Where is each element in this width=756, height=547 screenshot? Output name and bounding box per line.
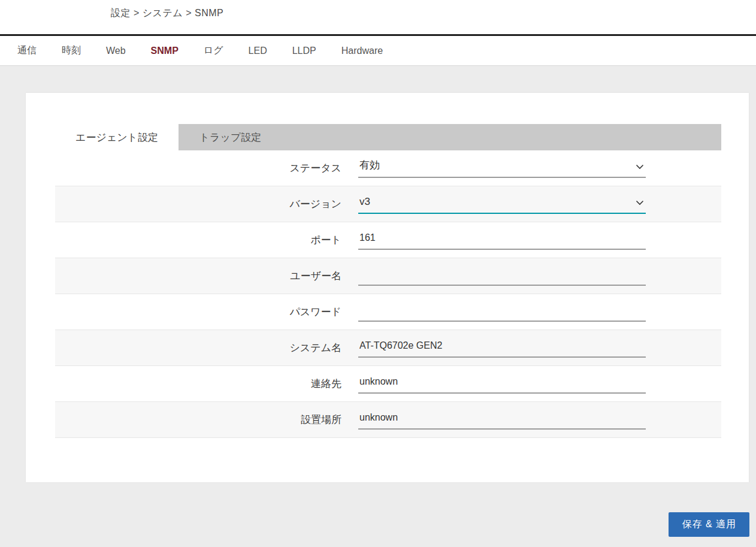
version-label: バージョン xyxy=(55,197,358,211)
username-input[interactable] xyxy=(358,267,646,286)
port-label: ポート xyxy=(55,233,358,247)
tab-time[interactable]: 時刻 xyxy=(49,36,93,65)
save-apply-button[interactable]: 保存 & 適用 xyxy=(669,512,749,537)
location-input[interactable] xyxy=(358,410,646,430)
port-input[interactable] xyxy=(358,231,646,250)
form-row-password: パスワード xyxy=(55,294,721,330)
settings-card: エージェント設定 トラップ設定 ステータス 有効 バージョン v3 ポート xyxy=(26,93,749,482)
tab-lldp[interactable]: LLDP xyxy=(280,36,329,65)
chevron-down-icon xyxy=(635,198,645,207)
tab-web[interactable]: Web xyxy=(93,36,138,65)
footer: 保存 & 適用 xyxy=(0,512,756,537)
tab-snmp[interactable]: SNMP xyxy=(138,36,191,65)
status-select[interactable]: 有効 xyxy=(358,159,646,178)
form-row-port: ポート xyxy=(55,222,721,258)
breadcrumb[interactable]: 設定 > システム > SNMP xyxy=(111,7,223,20)
form-row-location: 設置場所 xyxy=(55,402,721,438)
subtab-bar: エージェント設定 トラップ設定 xyxy=(55,124,721,150)
snmp-agent-form: ステータス 有効 バージョン v3 ポート xyxy=(55,150,721,438)
main-tab-bar: 通信 時刻 Web SNMP ログ LED LLDP Hardware xyxy=(0,34,756,66)
contact-input[interactable] xyxy=(358,374,646,394)
subtab-agent-settings[interactable]: エージェント設定 xyxy=(55,124,179,150)
password-label: パスワード xyxy=(55,305,358,319)
chevron-down-icon xyxy=(635,162,645,171)
tab-communication[interactable]: 通信 xyxy=(5,36,49,65)
tab-led[interactable]: LED xyxy=(236,36,280,65)
location-label: 設置場所 xyxy=(55,413,358,427)
version-select-value: v3 xyxy=(359,196,370,208)
system-name-label: システム名 xyxy=(55,341,358,355)
top-bar: 設定 > システム > SNMP xyxy=(0,0,756,34)
tab-log[interactable]: ログ xyxy=(191,36,236,65)
status-select-value: 有効 xyxy=(359,158,380,172)
status-label: ステータス xyxy=(55,161,358,175)
form-row-version: バージョン v3 xyxy=(55,186,721,222)
tab-hardware[interactable]: Hardware xyxy=(329,36,395,65)
username-label: ユーザー名 xyxy=(55,269,358,283)
contact-label: 連絡先 xyxy=(55,377,358,391)
form-row-status: ステータス 有効 xyxy=(55,150,721,186)
form-row-contact: 連絡先 xyxy=(55,366,721,402)
subtab-trap-settings[interactable]: トラップ設定 xyxy=(179,124,282,150)
form-row-system-name: システム名 xyxy=(55,330,721,366)
system-name-input[interactable] xyxy=(358,339,646,358)
form-row-username: ユーザー名 xyxy=(55,258,721,294)
password-input[interactable] xyxy=(358,303,646,322)
version-select[interactable]: v3 xyxy=(358,195,646,214)
